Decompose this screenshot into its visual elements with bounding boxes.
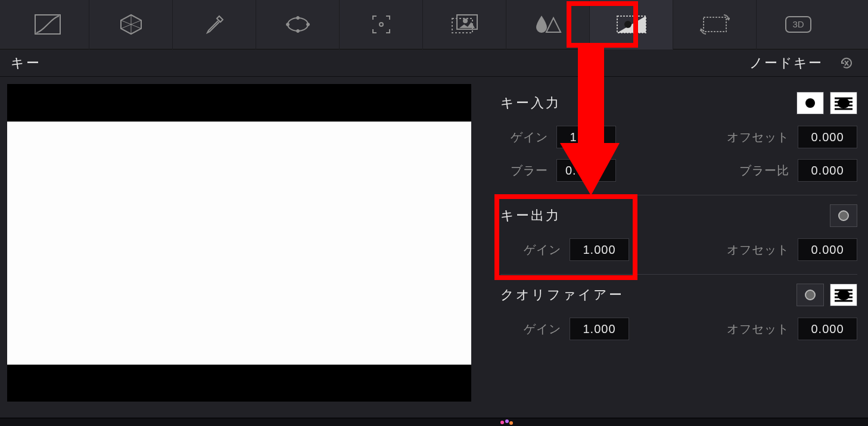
svg-point-28 <box>838 98 850 108</box>
drop-triangle-icon <box>533 13 563 36</box>
toolbar: 3D <box>0 0 868 49</box>
matte-lines-icon <box>835 288 853 302</box>
tool-sizing[interactable] <box>673 0 757 49</box>
svg-point-5 <box>288 18 308 31</box>
qualifier-lines-button[interactable] <box>830 284 857 306</box>
svg-point-29 <box>839 211 848 220</box>
label-offset: オフセット <box>718 321 789 337</box>
input-key-input-blur[interactable]: 0. <box>556 159 616 182</box>
section-key-input: キー入力 <box>500 83 857 195</box>
input-key-output-gain[interactable]: 1.000 <box>570 238 629 261</box>
svg-text:3D: 3D <box>792 19 804 29</box>
matte-lines-button[interactable] <box>830 92 857 114</box>
panel-header: キー ノードキー <box>0 49 868 77</box>
svg-point-8 <box>286 23 289 26</box>
fx-icon <box>450 13 480 36</box>
svg-point-37 <box>500 421 504 424</box>
section-title-qualifier: クオリファイアー <box>500 286 624 304</box>
bottom-strip <box>0 418 868 426</box>
tool-3d[interactable]: 3D <box>757 0 840 49</box>
svg-point-10 <box>379 23 383 26</box>
section-title-key-input: キー入力 <box>500 94 561 112</box>
panel-title: キー <box>11 54 41 72</box>
tool-tracker[interactable] <box>340 0 423 49</box>
section-key-output: キー出力 ゲイン 1.000 オフセット 0.000 <box>500 195 857 275</box>
svg-point-38 <box>505 419 509 423</box>
input-key-input-gain[interactable]: 1.000 <box>556 126 616 148</box>
curves-icon <box>34 14 61 35</box>
section-title-key-output: キー出力 <box>500 207 561 225</box>
eyedropper-icon <box>203 13 226 36</box>
input-key-output-offset[interactable]: 0.000 <box>798 238 857 261</box>
label-gain: ゲイン <box>514 321 561 337</box>
circle-output-icon <box>836 209 851 223</box>
section-qualifier: クオリファイアー <box>500 275 857 353</box>
svg-point-6 <box>296 17 299 20</box>
bottom-dots-icon <box>434 418 578 426</box>
circle-output-icon <box>803 288 817 302</box>
matte-lines-icon <box>835 96 853 110</box>
preview-matte <box>7 122 471 365</box>
tool-eyedropper[interactable] <box>173 0 256 49</box>
hex-icon <box>117 13 145 36</box>
tool-vectorscope[interactable] <box>89 0 173 49</box>
tool-fx[interactable] <box>423 0 506 49</box>
main-area: キー入力 <box>0 77 868 418</box>
reset-button[interactable] <box>836 52 857 74</box>
svg-point-39 <box>509 421 513 425</box>
svg-point-7 <box>296 30 299 33</box>
controls-pane: キー入力 <box>477 77 868 418</box>
svg-rect-16 <box>704 17 726 32</box>
reset-icon <box>838 55 855 71</box>
label-gain: ゲイン <box>500 129 548 145</box>
tool-drop-sat[interactable] <box>506 0 590 49</box>
tool-mask-shape[interactable] <box>256 0 340 49</box>
svg-point-9 <box>306 23 309 26</box>
label-blur: ブラー <box>500 163 548 179</box>
crosshair-icon <box>368 11 394 38</box>
key-tool-icon <box>615 13 648 36</box>
label-offset: オフセット <box>718 129 789 145</box>
matte-invert-icon <box>802 96 819 110</box>
preview-pane <box>0 77 477 418</box>
tool-curves[interactable] <box>6 0 89 49</box>
input-qualifier-offset[interactable]: 0.000 <box>798 318 857 340</box>
qualifier-circle-button[interactable] <box>797 284 824 306</box>
matte-invert-button[interactable] <box>797 92 824 114</box>
preview-viewport[interactable] <box>7 84 471 402</box>
panel-subtitle[interactable]: ノードキー <box>749 54 823 72</box>
mask-shape-icon <box>284 14 312 35</box>
svg-point-13 <box>463 18 468 23</box>
input-key-input-blur-ratio[interactable]: 0.000 <box>798 159 857 182</box>
input-key-input-offset[interactable]: 0.000 <box>798 126 857 148</box>
svg-point-36 <box>838 290 850 300</box>
label-blur-ratio: ブラー比 <box>718 163 789 179</box>
label-offset: オフセット <box>718 242 789 258</box>
threed-icon: 3D <box>783 14 813 35</box>
svg-point-15 <box>624 21 631 28</box>
input-qualifier-gain[interactable]: 1.000 <box>570 318 629 340</box>
svg-point-30 <box>805 290 815 300</box>
tool-key[interactable] <box>590 0 673 49</box>
output-circle-button[interactable] <box>830 204 857 227</box>
svg-point-22 <box>805 98 815 108</box>
sizing-icon <box>700 14 730 35</box>
label-gain: ゲイン <box>514 242 561 258</box>
